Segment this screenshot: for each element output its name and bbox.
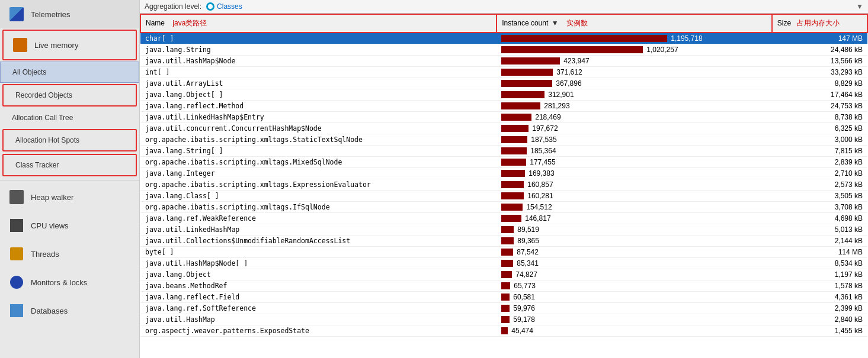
cell-name: org.aspectj.weaver.patterns.ExposedState [140, 325, 497, 337]
cell-size: 2,144 kB [772, 236, 867, 247]
cell-size: 3,708 kB [772, 202, 867, 213]
cell-name: java.beans.MethodRef [140, 280, 497, 292]
cell-count: 169,383 [497, 168, 772, 179]
table-row[interactable]: org.apache.ibatis.scripting.xmltags.Mixe… [140, 157, 867, 168]
sidebar-item-monitors-locks[interactable]: Monitors & locks [0, 268, 139, 296]
cell-count: 367,896 [497, 78, 772, 89]
cell-count: 160,281 [497, 191, 772, 202]
table-row[interactable]: java.util.HashMap$Node 423,947 13,566 kB [140, 56, 867, 67]
sidebar-label-allocation-hot-spots: Allocation Hot Spots [15, 136, 79, 144]
cell-name: java.util.concurrent.ConcurrentHashMap$N… [140, 123, 497, 134]
sidebar-item-threads[interactable]: Threads [0, 240, 139, 268]
cell-count: 218,469 [497, 112, 772, 123]
sidebar-item-live-memory[interactable]: Live memory [2, 30, 137, 60]
cell-size: 1,455 kB [772, 325, 867, 337]
table-row[interactable]: byte[ ] 87,542 114 MB [140, 247, 867, 258]
sidebar-label-monitors-locks: Monitors & locks [31, 278, 87, 287]
table-row[interactable]: java.lang.reflect.Field 60,581 4,361 kB [140, 292, 867, 303]
sidebar-label-threads: Threads [31, 250, 59, 259]
sidebar-label-all-objects: All Objects [12, 68, 46, 76]
sidebar-item-databases[interactable]: Databases [0, 296, 139, 325]
table-row[interactable]: java.util.concurrent.ConcurrentHashMap$N… [140, 123, 867, 134]
sidebar: Telemetries Live memory All Objects Reco… [0, 0, 140, 358]
column-header-count[interactable]: Instance count ▼ 实例数 [497, 14, 772, 33]
cell-count: 59,178 [497, 314, 772, 325]
cell-size: 8,829 kB [772, 78, 867, 89]
table-row[interactable]: java.util.Collections$UnmodifiableRandom… [140, 236, 867, 247]
table-row[interactable]: java.util.LinkedHashMap$Entry 218,469 8,… [140, 112, 867, 123]
cell-size: 1,578 kB [772, 280, 867, 292]
cell-name: java.util.ArrayList [140, 78, 497, 89]
table-row[interactable]: java.util.ArrayList 367,896 8,829 kB [140, 78, 867, 89]
cell-count: 89,519 [497, 224, 772, 236]
sidebar-item-cpu-views[interactable]: CPU views [0, 211, 139, 240]
table-row[interactable]: java.util.LinkedHashMap 89,519 5,013 kB [140, 224, 867, 236]
cell-name: java.lang.ref.SoftReference [140, 303, 497, 314]
table-row[interactable]: java.lang.Object[ ] 312,901 17,464 kB [140, 89, 867, 101]
telemetry-icon [8, 6, 25, 22]
table-row[interactable]: java.lang.reflect.Method 281,293 24,753 … [140, 101, 867, 112]
instances-table: Name java类路径 Instance count ▼ 实例数 Size 占 [140, 14, 868, 337]
table-row[interactable]: java.lang.ref.WeakReference 146,817 4,69… [140, 213, 867, 224]
cell-name: char[ ] [140, 33, 497, 44]
cell-size: 2,573 kB [772, 179, 867, 191]
table-row[interactable]: java.util.HashMap 59,178 2,840 kB [140, 314, 867, 325]
cell-name: java.lang.Object[ ] [140, 89, 497, 101]
cell-count: 89,365 [497, 236, 772, 247]
table-row[interactable]: java.util.HashMap$Node[ ] 85,341 8,534 k… [140, 258, 867, 269]
cell-count: 423,947 [497, 56, 772, 67]
table-row[interactable]: org.aspectj.weaver.patterns.ExposedState… [140, 325, 867, 337]
cell-name: java.lang.reflect.Field [140, 292, 497, 303]
table-row[interactable]: java.lang.ref.SoftReference 59,976 2,399… [140, 303, 867, 314]
cell-name: java.lang.Class[ ] [140, 191, 497, 202]
sidebar-label-live-memory: Live memory [34, 41, 78, 50]
cell-size: 2,839 kB [772, 157, 867, 168]
sidebar-item-all-objects[interactable]: All Objects [0, 62, 139, 83]
expand-arrow-icon[interactable]: ▼ [856, 2, 863, 11]
cell-size: 13,566 kB [772, 56, 867, 67]
table-row[interactable]: java.lang.String 1,020,257 24,486 kB [140, 44, 867, 56]
cell-name: org.apache.ibatis.scripting.xmltags.IfSq… [140, 202, 497, 213]
cell-size: 24,753 kB [772, 101, 867, 112]
table-row[interactable]: org.apache.ibatis.scripting.xmltags.Stat… [140, 134, 867, 146]
cell-count: 87,542 [497, 247, 772, 258]
monitors-icon [8, 274, 25, 291]
cell-count: 1,195,718 [497, 33, 772, 44]
cell-count: 146,817 [497, 213, 772, 224]
column-size-cn: 占用内存大小 [797, 19, 840, 27]
cell-count: 74,827 [497, 269, 772, 280]
table-row[interactable]: java.beans.MethodRef 65,773 1,578 kB [140, 280, 867, 292]
cell-name: java.lang.reflect.Method [140, 101, 497, 112]
table-row[interactable]: org.apache.ibatis.scripting.xmltags.Expr… [140, 179, 867, 191]
table-row[interactable]: int[ ] 371,612 33,293 kB [140, 67, 867, 78]
cell-size: 3,000 kB [772, 134, 867, 146]
table-row[interactable]: java.lang.Object 74,827 1,197 kB [140, 269, 867, 280]
table-row[interactable]: org.apache.ibatis.scripting.xmltags.IfSq… [140, 202, 867, 213]
sidebar-item-telemetries[interactable]: Telemetries [0, 0, 139, 28]
column-header-name[interactable]: Name java类路径 [140, 14, 497, 33]
cell-size: 4,698 kB [772, 213, 867, 224]
sidebar-item-recorded-objects[interactable]: Recorded Objects [2, 84, 137, 107]
sidebar-item-allocation-call-tree[interactable]: Allocation Call Tree [0, 108, 139, 128]
cell-size: 7,815 kB [772, 146, 867, 157]
sidebar-item-heap-walker[interactable]: Heap walker [0, 183, 139, 211]
threads-icon [8, 246, 25, 262]
aggregation-value-text: Classes [217, 2, 242, 11]
column-name-label: Name [146, 19, 165, 27]
column-header-size[interactable]: Size 占用内存大小 [772, 14, 867, 33]
table-row[interactable]: java.lang.Integer 169,383 2,710 kB [140, 168, 867, 179]
cell-size: 6,325 kB [772, 123, 867, 134]
column-size-label: Size [777, 19, 791, 27]
sidebar-item-class-tracker[interactable]: Class Tracker [2, 154, 137, 176]
cell-size: 33,293 kB [772, 67, 867, 78]
sidebar-item-allocation-hot-spots[interactable]: Allocation Hot Spots [2, 129, 137, 151]
table-row[interactable]: char[ ] 1,195,718 147 MB [140, 33, 867, 44]
aggregation-value[interactable]: Classes [206, 2, 242, 11]
table-row[interactable]: java.lang.Class[ ] 160,281 3,505 kB [140, 191, 867, 202]
cell-count: 185,364 [497, 146, 772, 157]
sidebar-label-databases: Databases [31, 307, 68, 315]
databases-icon [8, 302, 25, 319]
cell-count: 177,455 [497, 157, 772, 168]
table-row[interactable]: java.lang.String[ ] 185,364 7,815 kB [140, 146, 867, 157]
cell-count: 154,512 [497, 202, 772, 213]
